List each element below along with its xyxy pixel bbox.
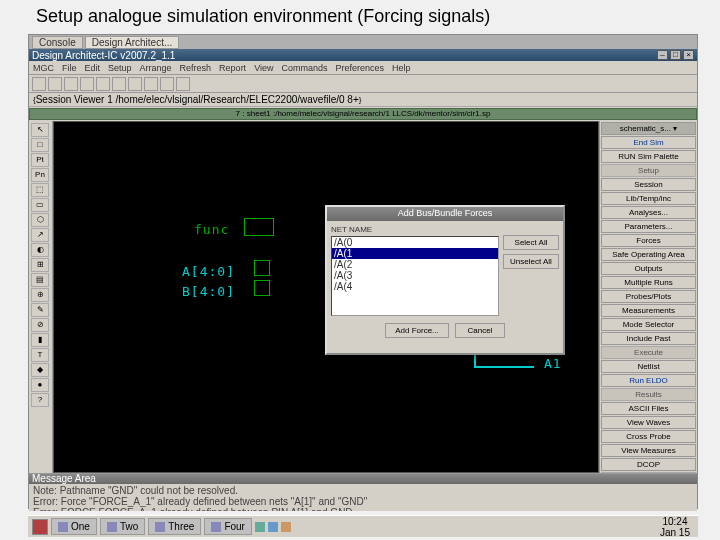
panel-btn-view-waves[interactable]: View Waves — [601, 416, 696, 429]
net-item[interactable]: /A(3 — [332, 270, 498, 281]
panel-btn-outputs[interactable]: Outputs — [601, 262, 696, 275]
panel-btn-forces[interactable]: Forces — [601, 234, 696, 247]
console-tab[interactable]: Console — [32, 36, 83, 49]
tool-icon-6[interactable]: ⬡ — [31, 213, 49, 227]
sheet-title: 7 : sheet1 :/home/melec/vlsignal/researc… — [29, 108, 697, 120]
app-icon — [155, 522, 165, 532]
menu-view[interactable]: View — [254, 63, 273, 73]
panel-header[interactable]: schematic_s... ▾ — [601, 122, 696, 135]
add-force-button[interactable]: Add Force... — [385, 323, 449, 338]
panel-btn-measurements[interactable]: Measurements — [601, 304, 696, 317]
menu-mgc[interactable]: MGC — [33, 63, 54, 73]
tool-icon[interactable] — [112, 77, 126, 91]
tool-icon-13[interactable]: ⊘ — [31, 318, 49, 332]
out-a1-label: A1 — [544, 356, 562, 371]
tool-icon[interactable] — [176, 77, 190, 91]
tool-icon-11[interactable]: ⊕ — [31, 288, 49, 302]
tool-icon-16[interactable]: ◆ — [31, 363, 49, 377]
session-path: Session Viewer 1 /home/elec/vlsignal/Res… — [36, 94, 359, 105]
net-item[interactable]: /A(1 — [332, 248, 498, 259]
tray-icon[interactable] — [268, 522, 278, 532]
tool-icon-14[interactable]: ▮ — [31, 333, 49, 347]
toolbar — [29, 75, 697, 93]
tool-icon[interactable] — [80, 77, 94, 91]
tool-icon-5[interactable]: ▭ — [31, 198, 49, 212]
minimize-button[interactable]: – — [657, 50, 668, 60]
tool-icon-12[interactable]: ✎ — [31, 303, 49, 317]
tool-icon-4[interactable]: ⬚ — [31, 183, 49, 197]
tool-icon[interactable] — [32, 77, 46, 91]
menu-refresh[interactable]: Refresh — [180, 63, 212, 73]
panel-btn-dcop[interactable]: DCOP — [601, 458, 696, 471]
tool-icon[interactable] — [160, 77, 174, 91]
tray-icon[interactable] — [255, 522, 265, 532]
tool-icon[interactable] — [96, 77, 110, 91]
tray-icon[interactable] — [281, 522, 291, 532]
tool-icon-17[interactable]: ● — [31, 378, 49, 392]
panel-btn-view-measures[interactable]: View Measures — [601, 444, 696, 457]
tool-icon[interactable] — [64, 77, 78, 91]
panel-btn-include-past[interactable]: Include Past — [601, 332, 696, 345]
tool-icon-10[interactable]: ▤ — [31, 273, 49, 287]
panel-btn-mode-selector[interactable]: Mode Selector — [601, 318, 696, 331]
maximize-button[interactable]: □ — [670, 50, 681, 60]
panel-btn-run-eldo[interactable]: Run ELDO — [601, 374, 696, 387]
tool-icon-2[interactable]: Pt — [31, 153, 49, 167]
net-name-label: NET NAME — [331, 225, 499, 234]
panel-btn-session[interactable]: Session — [601, 178, 696, 191]
panel-btn-probes-plots[interactable]: Probes/Plots — [601, 290, 696, 303]
panel-btn-end-sim[interactable]: End Sim — [601, 136, 696, 149]
menu-commands[interactable]: Commands — [281, 63, 327, 73]
menu-file[interactable]: File — [62, 63, 77, 73]
panel-btn-ascii-files[interactable]: ASCII Files — [601, 402, 696, 415]
tool-icon-7[interactable]: ↗ — [31, 228, 49, 242]
taskbar-item[interactable]: Two — [100, 518, 145, 535]
menu-preferences[interactable]: Preferences — [336, 63, 385, 73]
net-item[interactable]: /A(2 — [332, 259, 498, 270]
close-button[interactable]: × — [683, 50, 694, 60]
tool-icon-15[interactable]: T — [31, 348, 49, 362]
cancel-button[interactable]: Cancel — [455, 323, 505, 338]
tool-icon-18[interactable]: ? — [31, 393, 49, 407]
message-line: Note: Pathname "GND" could not be resolv… — [33, 485, 693, 496]
tool-icon[interactable] — [48, 77, 62, 91]
tool-icon-1[interactable]: □ — [31, 138, 49, 152]
app-icon — [58, 522, 68, 532]
tool-icon-0[interactable]: ↖ — [31, 123, 49, 137]
net-item[interactable]: /A(0 — [332, 237, 498, 248]
tool-icon-8[interactable]: ◐ — [31, 243, 49, 257]
tool-icon[interactable] — [144, 77, 158, 91]
panel-btn-netlist[interactable]: Netlist — [601, 360, 696, 373]
taskbar-item[interactable]: One — [51, 518, 97, 535]
func-label: func — [194, 222, 229, 237]
wire — [474, 366, 534, 368]
tool-icon-9[interactable]: ⊞ — [31, 258, 49, 272]
net-item[interactable]: /A(4 — [332, 281, 498, 292]
taskbar-item[interactable]: Three — [148, 518, 201, 535]
menu-edit[interactable]: Edit — [85, 63, 101, 73]
panel-btn-run-sim-palette[interactable]: RUN Sim Palette — [601, 150, 696, 163]
task-label: Three — [168, 521, 194, 532]
tool-icon-3[interactable]: Pn — [31, 168, 49, 182]
panel-btn-cross-probe[interactable]: Cross Probe — [601, 430, 696, 443]
start-button[interactable] — [32, 519, 48, 535]
menu-help[interactable]: Help — [392, 63, 411, 73]
design-tab[interactable]: Design Architect... — [85, 36, 180, 49]
net-list[interactable]: /A(0/A(1/A(2/A(3/A(4 — [331, 236, 499, 316]
unselect-all-button[interactable]: Unselect All — [503, 254, 559, 269]
panel-btn-analyses-[interactable]: Analyses... — [601, 206, 696, 219]
panel-btn-multiple-runs[interactable]: Multiple Runs — [601, 276, 696, 289]
menu-arrange[interactable]: Arrange — [140, 63, 172, 73]
taskbar: One Two Three Four 10:24 Jan 15 — [28, 515, 698, 537]
menu-report[interactable]: Report — [219, 63, 246, 73]
panel-btn-parameters-[interactable]: Parameters... — [601, 220, 696, 233]
panel-group-execute: Execute — [601, 346, 696, 359]
taskbar-item[interactable]: Four — [204, 518, 252, 535]
panel-btn-safe-operating-area[interactable]: Safe Operating Area — [601, 248, 696, 261]
panel-btn-lib-temp-inc[interactable]: Lib/Temp/inc — [601, 192, 696, 205]
task-label: Four — [224, 521, 245, 532]
message-header: Message Area — [29, 474, 697, 484]
select-all-button[interactable]: Select All — [503, 235, 559, 250]
tool-icon[interactable] — [128, 77, 142, 91]
menu-setup[interactable]: Setup — [108, 63, 132, 73]
